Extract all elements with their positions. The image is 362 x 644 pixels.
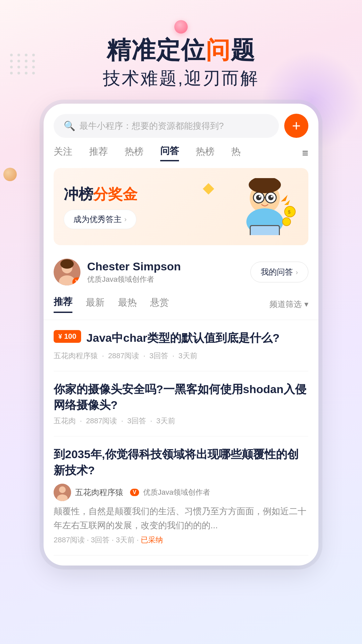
question-title: Java中char类型的默认值到底是什么? — [86, 330, 280, 346]
question-title-row: ¥ 100 Java中char类型的默认值到底是什么? — [54, 330, 308, 346]
svg-point-18 — [60, 259, 74, 269]
filter-tab-latest[interactable]: 最新 — [86, 296, 105, 312]
answer-time: 3天前 — [116, 535, 134, 545]
user-info: Chester Simpson 优质Java领域创作者 — [87, 260, 244, 284]
banner-cta-button[interactable]: 成为优秀答主 › — [64, 210, 136, 229]
phone-mockup: 🔍 最牛小程序：想要的资源都能搜得到? + 关注 推荐 热榜 问答 热榜 热 ≡… — [44, 104, 318, 566]
answer-reads: 2887阅读 — [54, 535, 85, 545]
questions-list: ¥ 100 Java中char类型的默认值到底是什么? 五花肉程序猿 · 288… — [44, 320, 318, 555]
question-reads: 2887阅读 — [108, 352, 139, 360]
question-answers: 3回答 — [149, 352, 168, 360]
banner-title: 冲榜分奖金 — [64, 184, 211, 204]
author-verified-badge: V — [130, 489, 139, 496]
question-author: 五花肉程序猿 — [54, 352, 98, 360]
question-title: 你家的摄像头安全吗?一黑客如何使用shodan入侵网络摄像头? — [54, 381, 308, 413]
svg-point-5 — [256, 195, 261, 200]
question-meta: 五花肉程序猿 · 2887阅读 · 3回答 · 3天前 — [54, 351, 308, 361]
cartoon-character: $ — [231, 178, 298, 235]
tab-hot1[interactable]: 热榜 — [125, 145, 143, 161]
chevron-down-icon: ▾ — [304, 300, 308, 309]
filter-tabs: 推荐 最新 最热 悬赏 频道筛选 ▾ — [44, 292, 318, 320]
tab-qa[interactable]: 问答 — [160, 145, 179, 161]
banner-left-content: 冲榜分奖金 成为优秀答主 › — [64, 184, 211, 229]
nav-menu-icon[interactable]: ≡ — [302, 147, 308, 159]
question-item[interactable]: ¥ 100 Java中char类型的默认值到底是什么? 五花肉程序猿 · 288… — [54, 320, 308, 371]
filter-tab-reward[interactable]: 悬赏 — [150, 296, 169, 312]
dot-grid-decoration — [10, 54, 36, 74]
hero-title: 精准定位问题 — [13, 37, 349, 63]
question-meta: 五花肉 · 2887阅读 · 3回答 · 3天前 — [54, 416, 308, 426]
reward-badge: ¥ 100 — [54, 330, 81, 343]
question-author: 五花肉 — [54, 417, 76, 425]
tab-more-text[interactable]: 热 — [231, 145, 241, 161]
answer-count: 3回答 — [91, 535, 110, 545]
user-name: Chester Simpson — [87, 260, 244, 273]
answer-author-avatar — [54, 484, 71, 501]
filter-tab-recommend[interactable]: 推荐 — [54, 296, 72, 313]
question-time: 3天前 — [156, 417, 175, 425]
svg-point-14 — [283, 218, 291, 226]
question-item[interactable]: 到2035年,你觉得科技领域将出现哪些颠覆性的创新技术? 五花肉程序猿 — [54, 436, 308, 555]
svg-text:$: $ — [288, 209, 291, 215]
verified-v-inline: V — [133, 489, 136, 495]
yuan-icon: ¥ — [58, 333, 62, 340]
answer-preview: 五花肉程序猿 V 优质Java领域创作者 颠覆性，自然是颠覆我们的生活、习惯乃至… — [54, 484, 308, 545]
question-item[interactable]: 你家的摄像头安全吗?一黑客如何使用shodan入侵网络摄像头? 五花肉 · 28… — [54, 371, 308, 436]
answer-author-row: 五花肉程序猿 V 优质Java领域创作者 — [54, 484, 308, 501]
hero-section: 精准定位问题 技术难题,迎刃而解 — [0, 0, 362, 97]
verified-v-icon: V — [75, 279, 79, 285]
question-reads: 2887阅读 — [86, 417, 117, 425]
channel-filter-button[interactable]: 频道筛选 ▾ — [269, 299, 308, 310]
hero-subtitle: 技术难题,迎刃而解 — [13, 67, 349, 90]
verified-badge: V — [72, 277, 80, 285]
my-answers-button[interactable]: 我的问答 › — [250, 262, 308, 282]
filter-tab-hottest[interactable]: 最热 — [118, 296, 137, 312]
adopted-badge: 已采纳 — [141, 535, 163, 545]
svg-point-6 — [268, 195, 274, 200]
hero-ball-decoration — [174, 20, 188, 34]
nav-tabs: 关注 推荐 热榜 问答 热榜 热 ≡ — [44, 145, 318, 161]
svg-point-8 — [271, 196, 273, 198]
banner-illustration: $ — [211, 178, 298, 235]
search-bar: 🔍 最牛小程序：想要的资源都能搜得到? + — [54, 114, 308, 138]
svg-rect-11 — [251, 226, 279, 235]
answer-author-name: 五花肉程序猿 — [75, 487, 123, 498]
user-avatar: V — [54, 259, 80, 285]
user-section: V Chester Simpson 优质Java领域创作者 我的问答 › — [44, 253, 318, 292]
search-icon: 🔍 — [64, 120, 75, 131]
search-input-container[interactable]: 🔍 最牛小程序：想要的资源都能搜得到? — [54, 114, 279, 138]
question-answers: 3回答 — [127, 417, 146, 425]
tab-recommend[interactable]: 推荐 — [89, 145, 108, 161]
tab-hot2[interactable]: 热榜 — [196, 145, 215, 161]
svg-point-7 — [259, 196, 261, 198]
question-title: 到2035年,你觉得科技领域将出现哪些颠覆性的创新技术? — [54, 446, 308, 478]
search-placeholder: 最牛小程序：想要的资源都能搜得到? — [79, 120, 224, 132]
tab-follow[interactable]: 关注 — [54, 145, 72, 161]
chevron-right-icon: › — [296, 268, 298, 276]
svg-point-20 — [59, 486, 66, 493]
promotion-banner[interactable]: 冲榜分奖金 成为优秀答主 › — [54, 168, 308, 245]
chevron-right-icon: › — [124, 215, 127, 223]
user-tag: 优质Java领域创作者 — [87, 274, 244, 284]
add-button[interactable]: + — [284, 114, 308, 138]
answer-preview-text: 颠覆性，自然是颠覆我们的生活、习惯乃至方方面面，例如近二十年左右互联网的发展，改… — [54, 504, 308, 532]
phone-wrapper: 🔍 最牛小程序：想要的资源都能搜得到? + 关注 推荐 热榜 问答 热榜 热 ≡… — [0, 97, 362, 572]
question-time: 3天前 — [178, 352, 197, 360]
answer-meta: 2887阅读 · 3回答 · 3天前 · 已采纳 — [54, 535, 308, 545]
author-title-tag: 优质Java领域创作者 — [143, 487, 210, 497]
